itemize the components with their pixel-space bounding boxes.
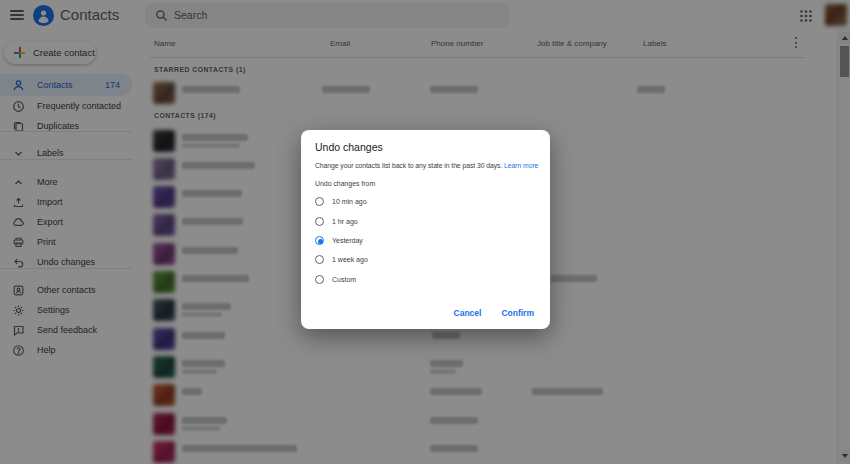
radio-group: 10 min ago1 hr agoYesterday1 week agoCus… [315,192,535,289]
radio-icon[interactable] [315,217,324,226]
radio-label: 10 min ago [332,198,367,205]
dialog-actions: Cancel Confirm [452,305,536,321]
radio-option-10-min-ago[interactable]: 10 min ago [315,192,535,211]
radio-icon[interactable] [315,275,324,284]
radio-icon[interactable] [315,255,324,264]
dialog-description: Change your contacts list back to any st… [315,162,538,169]
radio-label: 1 hr ago [332,218,358,225]
radio-label: 1 week ago [332,256,368,263]
google-contacts-window: Contacts Search Create contact [0,0,850,464]
radio-icon[interactable] [315,197,324,206]
radio-option-1-week-ago[interactable]: 1 week ago [315,250,535,269]
radio-option-yesterday[interactable]: Yesterday [315,231,535,250]
radio-label: Yesterday [332,237,363,244]
cancel-button[interactable]: Cancel [452,305,484,321]
learn-more-link[interactable]: Learn more [504,162,538,169]
radio-option-1-hr-ago[interactable]: 1 hr ago [315,211,535,230]
dialog-title: Undo changes [315,141,383,153]
undo-changes-dialog: Undo changes Change your contacts list b… [301,130,550,329]
undo-from-label: Undo changes from [315,180,375,187]
radio-option-custom[interactable]: Custom [315,270,535,289]
radio-label: Custom [332,276,356,283]
confirm-button[interactable]: Confirm [499,305,536,321]
radio-icon[interactable] [315,236,324,245]
